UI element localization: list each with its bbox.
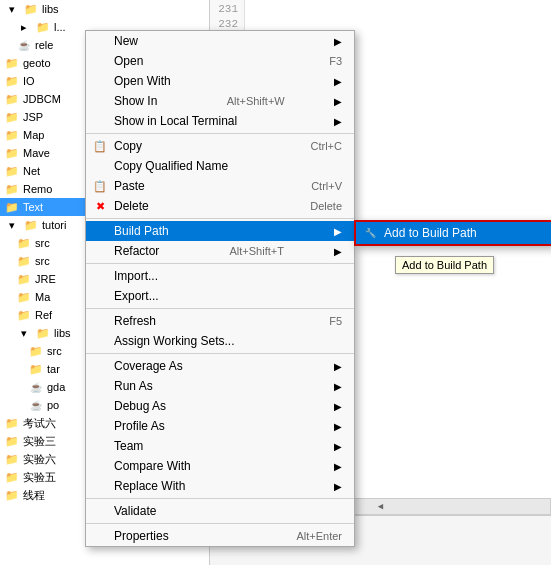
folder-icon [4,55,20,71]
menu-item-import[interactable]: Import... [86,266,354,286]
menu-item-label: Open With [114,74,171,88]
folder-icon [23,1,39,17]
menu-item-label: Debug As [114,399,166,413]
menu-item-label: Compare With [114,459,191,473]
folder-icon [4,415,20,431]
folder-icon [4,145,20,161]
separator [86,133,354,134]
menu-item-validate[interactable]: Validate [86,501,354,521]
tree-label: JSP [23,111,43,123]
tree-label: tutori [42,219,66,231]
arrow-icon: ▶ [334,36,342,47]
tree-label: Net [23,165,40,177]
menu-item-profileas[interactable]: Profile As ▶ [86,416,354,436]
tree-label: Map [23,129,44,141]
tree-label: libs [42,3,59,15]
expand-icon: ▾ [4,217,20,233]
menu-item-showin[interactable]: Show In Alt+Shift+W ▶ [86,91,354,111]
build-path-submenu: 🔧 Add to Build Path [354,220,551,246]
menu-item-label: Paste [114,179,145,193]
tree-label: JRE [35,273,56,285]
tree-label: IO [23,75,35,87]
menu-item-comparewith[interactable]: Compare With ▶ [86,456,354,476]
menu-item-label: Run As [114,379,153,393]
tree-label: JDBCM [23,93,61,105]
tree-label: gda [47,381,65,393]
shortcut: Alt+Enter [276,530,342,542]
menu-item-label: Copy [114,139,142,153]
menu-item-label: Open [114,54,143,68]
tree-label: po [47,399,59,411]
menu-item-label: Refresh [114,314,156,328]
menu-item-copy[interactable]: 📋 Copy Ctrl+C [86,136,354,156]
menu-item-label: Validate [114,504,156,518]
shortcut: Alt+Shift+T [209,245,283,257]
folder-icon [4,181,20,197]
arrow-icon: ▶ [334,481,342,492]
menu-item-label: Build Path [114,224,169,238]
buildpath-icon: 🔧 [362,225,378,241]
folder-icon [28,361,44,377]
tree-label: Mave [23,147,50,159]
folder-icon [4,487,20,503]
menu-item-label: Properties [114,529,169,543]
separator [86,218,354,219]
menu-item-debugas[interactable]: Debug As ▶ [86,396,354,416]
folder-icon [4,469,20,485]
tree-label: src [47,345,62,357]
menu-item-delete[interactable]: ✖ Delete Delete [86,196,354,216]
folder-icon [23,217,39,233]
menu-item-refactor[interactable]: Refactor Alt+Shift+T ▶ [86,241,354,261]
menu-item-buildpath[interactable]: Build Path ▶ 🔧 Add to Build Path [86,221,354,241]
menu-item-properties[interactable]: Properties Alt+Enter [86,526,354,546]
menu-item-label: Coverage As [114,359,183,373]
menu-item-export[interactable]: Export... [86,286,354,306]
menu-item-label: Show In [114,94,157,108]
menu-item-showlocalterm[interactable]: Show in Local Terminal ▶ [86,111,354,131]
folder-icon [28,343,44,359]
tree-label: 实验六 [23,452,56,467]
menu-item-copyqualifiedname[interactable]: Copy Qualified Name [86,156,354,176]
arrow-icon: ▶ [334,76,342,87]
menu-item-assignworkingsets[interactable]: Assign Working Sets... [86,331,354,351]
arrow-icon: ▶ [334,381,342,392]
shortcut: F3 [309,55,342,67]
tree-label: src [35,237,50,249]
menu-item-runas[interactable]: Run As ▶ [86,376,354,396]
separator [86,353,354,354]
shortcut: Delete [290,200,342,212]
menu-item-label: Refactor [114,244,159,258]
arrow-icon: ▶ [334,226,342,237]
submenu-item-label: Add to Build Path [384,226,477,240]
folder-icon [4,451,20,467]
folder-icon [4,73,20,89]
folder-icon [4,109,20,125]
tree-label: Text [23,201,43,213]
expand-icon: ▸ [16,19,32,35]
menu-item-coverageas[interactable]: Coverage As ▶ [86,356,354,376]
shortcut: Alt+Shift+W [207,95,285,107]
submenu-item-addtobuildpath[interactable]: 🔧 Add to Build Path [356,222,551,244]
delete-icon: ✖ [92,198,108,214]
menu-item-team[interactable]: Team ▶ [86,436,354,456]
menu-item-new[interactable]: New ▶ [86,31,354,51]
arrow-icon: ▶ [334,401,342,412]
menu-item-refresh[interactable]: Refresh F5 [86,311,354,331]
menu-item-label: Copy Qualified Name [114,159,228,173]
separator [86,523,354,524]
tree-item-libs[interactable]: ▾ libs [0,0,209,18]
tree-label: 考试六 [23,416,56,431]
arrow-icon: ▶ [334,361,342,372]
copy-icon: 📋 [92,138,108,154]
tree-label: Ref [35,309,52,321]
menu-item-paste[interactable]: 📋 Paste Ctrl+V [86,176,354,196]
tree-label: l... [54,21,66,33]
folder-icon [16,307,32,323]
arrow-icon: ▶ [334,421,342,432]
folder-icon [4,91,20,107]
menu-item-replacewith[interactable]: Replace With ▶ [86,476,354,496]
menu-item-label: Team [114,439,143,453]
menu-item-open[interactable]: Open F3 [86,51,354,71]
menu-item-openwith[interactable]: Open With ▶ [86,71,354,91]
menu-item-label: Show in Local Terminal [114,114,237,128]
